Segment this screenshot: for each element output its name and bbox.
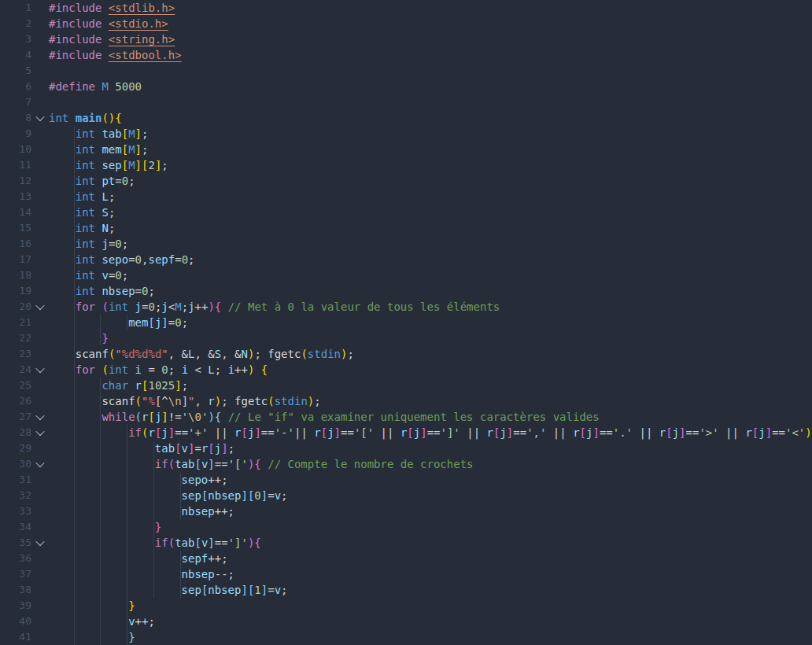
code-text[interactable]: [49, 94, 812, 110]
code-text[interactable]: sepf++;: [49, 551, 812, 566]
code-line[interactable]: 22 }: [0, 330, 812, 346]
code-text[interactable]: sepo++;: [49, 472, 812, 488]
code-line[interactable]: 24 for (int i = 0; i < L; i++) {: [0, 362, 812, 378]
code-line[interactable]: 26 scanf("%[^\n]", r); fgetc(stdin);: [0, 393, 812, 409]
code-text[interactable]: tab[v]=r[j];: [49, 440, 812, 456]
code-text[interactable]: int sep[M][2];: [49, 157, 812, 173]
code-line[interactable]: 19 int nbsep=0;: [0, 283, 812, 299]
code-line[interactable]: 5: [0, 63, 812, 79]
code-line[interactable]: 37 nbsep--;: [0, 566, 812, 582]
include-path-link[interactable]: <stdbool.h>: [109, 49, 182, 61]
code-line[interactable]: 18 int v=0;: [0, 267, 812, 283]
code-text[interactable]: }: [49, 598, 812, 614]
code-line[interactable]: 35 if(tab[v]==']'){: [0, 535, 812, 551]
code-text[interactable]: }: [49, 629, 812, 645]
include-path-link[interactable]: <stdlib.h>: [109, 2, 175, 14]
code-line[interactable]: 31 sepo++;: [0, 472, 812, 488]
chevron-down-icon[interactable]: [35, 537, 44, 546]
fold-zone[interactable]: [31, 425, 49, 440]
code-line[interactable]: 28 if(r[j]=='+' || r[j]=='-'|| r[j]=='['…: [0, 425, 812, 440]
code-text[interactable]: [49, 63, 812, 79]
code-text[interactable]: int mem[M];: [49, 142, 812, 157]
code-text[interactable]: #include <string.h>: [49, 31, 812, 47]
chevron-down-icon[interactable]: [35, 411, 44, 420]
code-text[interactable]: #include <stdlib.h>: [49, 0, 812, 16]
code-line[interactable]: 40 v++;: [0, 614, 812, 629]
code-line[interactable]: 12 int pt=0;: [0, 173, 812, 189]
fold-zone[interactable]: [31, 362, 49, 378]
code-line[interactable]: 17 int sepo=0,sepf=0;: [0, 252, 812, 267]
code-line[interactable]: 30 if(tab[v]=='['){ // Compte le nombre …: [0, 456, 812, 472]
code-line[interactable]: 3#include <string.h>: [0, 31, 812, 47]
chevron-down-icon[interactable]: [35, 364, 44, 373]
code-line[interactable]: 27 while(r[j]!='\0'){ // Le "if" va exam…: [0, 409, 812, 425]
code-line[interactable]: 29 tab[v]=r[j];: [0, 440, 812, 456]
code-line[interactable]: 4#include <stdbool.h>: [0, 47, 812, 63]
code-line[interactable]: 11 int sep[M][2];: [0, 157, 812, 173]
code-line[interactable]: 16 int j=0;: [0, 236, 812, 252]
code-text[interactable]: sep[nbsep][1]=v;: [49, 582, 812, 598]
code-line[interactable]: 14 int S;: [0, 205, 812, 220]
code-text[interactable]: int j=0;: [49, 236, 812, 252]
code-text[interactable]: #include <stdio.h>: [49, 16, 812, 31]
fold-zone[interactable]: [31, 409, 49, 425]
code-line[interactable]: 41 }: [0, 629, 812, 645]
code-line[interactable]: 32 sep[nbsep][0]=v;: [0, 488, 812, 503]
chevron-down-icon[interactable]: [35, 427, 44, 436]
code-line[interactable]: 10 int mem[M];: [0, 142, 812, 157]
code-line[interactable]: 38 sep[nbsep][1]=v;: [0, 582, 812, 598]
code-text[interactable]: if(r[j]=='+' || r[j]=='-'|| r[j]=='[' ||…: [49, 425, 812, 440]
code-line[interactable]: 9 int tab[M];: [0, 126, 812, 142]
code-text[interactable]: sep[nbsep][0]=v;: [49, 488, 812, 503]
fold-zone[interactable]: [31, 299, 49, 315]
code-text[interactable]: int sepo=0,sepf=0;: [49, 252, 812, 267]
code-text[interactable]: int main(){: [49, 110, 812, 126]
fold-zone[interactable]: [31, 456, 49, 472]
code-text[interactable]: for (int j=0;j<M;j++){ // Met à 0 la val…: [49, 299, 812, 315]
chevron-down-icon[interactable]: [35, 112, 44, 121]
code-line[interactable]: 23 scanf("%d%d%d", &L, &S, &N); fgetc(st…: [0, 346, 812, 362]
code-text[interactable]: }: [49, 519, 812, 535]
code-line[interactable]: 1#include <stdlib.h>: [0, 0, 812, 16]
code-text[interactable]: nbsep++;: [49, 503, 812, 519]
include-path-link[interactable]: <string.h>: [109, 33, 175, 46]
code-line[interactable]: 2#include <stdio.h>: [0, 16, 812, 31]
code-editor[interactable]: 1#include <stdlib.h>2#include <stdio.h>3…: [0, 0, 812, 645]
code-text[interactable]: int N;: [49, 220, 812, 236]
code-text[interactable]: char r[1025];: [49, 378, 812, 393]
code-line[interactable]: 6#define M 5000: [0, 79, 812, 94]
code-text[interactable]: mem[j]=0;: [49, 315, 812, 330]
code-line[interactable]: 13 int L;: [0, 189, 812, 205]
code-line[interactable]: 34 }: [0, 519, 812, 535]
code-line[interactable]: 39 }: [0, 598, 812, 614]
code-text[interactable]: }: [49, 330, 812, 346]
code-line[interactable]: 33 nbsep++;: [0, 503, 812, 519]
code-text[interactable]: #include <stdbool.h>: [49, 47, 812, 63]
code-line[interactable]: 7: [0, 94, 812, 110]
code-text[interactable]: int v=0;: [49, 267, 812, 283]
code-line[interactable]: 21 mem[j]=0;: [0, 315, 812, 330]
code-text[interactable]: int tab[M];: [49, 126, 812, 142]
code-text[interactable]: v++;: [49, 614, 812, 629]
code-text[interactable]: for (int i = 0; i < L; i++) {: [49, 362, 812, 378]
code-text[interactable]: scanf("%[^\n]", r); fgetc(stdin);: [49, 393, 812, 409]
code-text[interactable]: int nbsep=0;: [49, 283, 812, 299]
code-text[interactable]: if(tab[v]=='['){ // Compte le nombre de …: [49, 456, 812, 472]
chevron-down-icon[interactable]: [35, 459, 44, 467]
chevron-down-icon[interactable]: [35, 301, 44, 310]
code-text[interactable]: while(r[j]!='\0'){ // Le "if" va examine…: [49, 409, 812, 425]
code-text[interactable]: scanf("%d%d%d", &L, &S, &N); fgetc(stdin…: [49, 346, 812, 362]
code-text[interactable]: #define M 5000: [49, 79, 812, 94]
code-line[interactable]: 8int main(){: [0, 110, 812, 126]
fold-zone[interactable]: [31, 110, 49, 126]
code-text[interactable]: int L;: [49, 189, 812, 205]
code-text[interactable]: nbsep--;: [49, 566, 812, 582]
code-line[interactable]: 15 int N;: [0, 220, 812, 236]
code-line[interactable]: 25 char r[1025];: [0, 378, 812, 393]
code-text[interactable]: if(tab[v]==']'){: [49, 535, 812, 551]
code-text[interactable]: int pt=0;: [49, 173, 812, 189]
fold-zone[interactable]: [31, 535, 49, 551]
code-line[interactable]: 20 for (int j=0;j<M;j++){ // Met à 0 la …: [0, 299, 812, 315]
code-text[interactable]: int S;: [49, 205, 812, 220]
include-path-link[interactable]: <stdio.h>: [109, 17, 168, 30]
